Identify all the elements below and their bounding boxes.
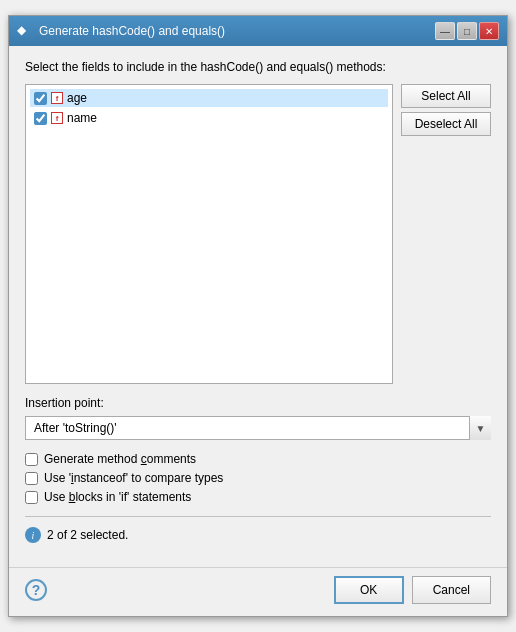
field-checkbox-age[interactable] <box>34 92 47 105</box>
help-button[interactable]: ? <box>25 579 47 601</box>
separator <box>25 516 491 517</box>
field-item: fage <box>30 89 388 107</box>
checkboxes-section: Generate method commentsUse 'instanceof'… <box>25 452 491 504</box>
title-bar-left: ◆ Generate hashCode() and equals() <box>17 23 225 39</box>
footer-buttons: OK Cancel <box>334 576 491 604</box>
info-icon: i <box>25 527 41 543</box>
deselect-all-button[interactable]: Deselect All <box>401 112 491 136</box>
title-bar: ◆ Generate hashCode() and equals() — □ ✕ <box>9 16 507 46</box>
field-type-icon: f <box>51 112 63 124</box>
checkbox-label: Use blocks in 'if' statements <box>44 490 191 504</box>
checkbox-row: Use blocks in 'if' statements <box>25 490 491 504</box>
main-area: fagefname Select All Deselect All <box>25 84 491 384</box>
minimize-button[interactable]: — <box>435 22 455 40</box>
title-buttons: — □ ✕ <box>435 22 499 40</box>
cancel-button[interactable]: Cancel <box>412 576 491 604</box>
description-text: Select the fields to include in the hash… <box>25 60 491 74</box>
fields-list[interactable]: fagefname <box>25 84 393 384</box>
field-name-label: age <box>67 91 87 105</box>
status-text: 2 of 2 selected. <box>47 528 128 542</box>
side-buttons: Select All Deselect All <box>401 84 491 384</box>
dialog-footer: ? OK Cancel <box>9 567 507 616</box>
checkbox-cb3[interactable] <box>25 491 38 504</box>
checkbox-label: Use 'instanceof' to compare types <box>44 471 223 485</box>
field-item: fname <box>30 109 388 127</box>
dialog-icon: ◆ <box>17 23 33 39</box>
maximize-button[interactable]: □ <box>457 22 477 40</box>
insertion-point-label: Insertion point: <box>25 396 491 410</box>
dialog-body: Select the fields to include in the hash… <box>9 46 507 565</box>
checkbox-row: Generate method comments <box>25 452 491 466</box>
checkbox-label: Generate method comments <box>44 452 196 466</box>
dialog: ◆ Generate hashCode() and equals() — □ ✕… <box>8 15 508 617</box>
checkbox-cb2[interactable] <box>25 472 38 485</box>
ok-button[interactable]: OK <box>334 576 404 604</box>
select-all-button[interactable]: Select All <box>401 84 491 108</box>
field-checkbox-name[interactable] <box>34 112 47 125</box>
insertion-point-dropdown-wrapper: After 'toString()'At the beginningAt the… <box>25 416 491 440</box>
status-row: i 2 of 2 selected. <box>25 527 491 543</box>
checkbox-row: Use 'instanceof' to compare types <box>25 471 491 485</box>
checkbox-cb1[interactable] <box>25 453 38 466</box>
close-button[interactable]: ✕ <box>479 22 499 40</box>
insertion-point-select[interactable]: After 'toString()'At the beginningAt the… <box>25 416 491 440</box>
title-text: Generate hashCode() and equals() <box>39 24 225 38</box>
field-name-label: name <box>67 111 97 125</box>
field-type-icon: f <box>51 92 63 104</box>
